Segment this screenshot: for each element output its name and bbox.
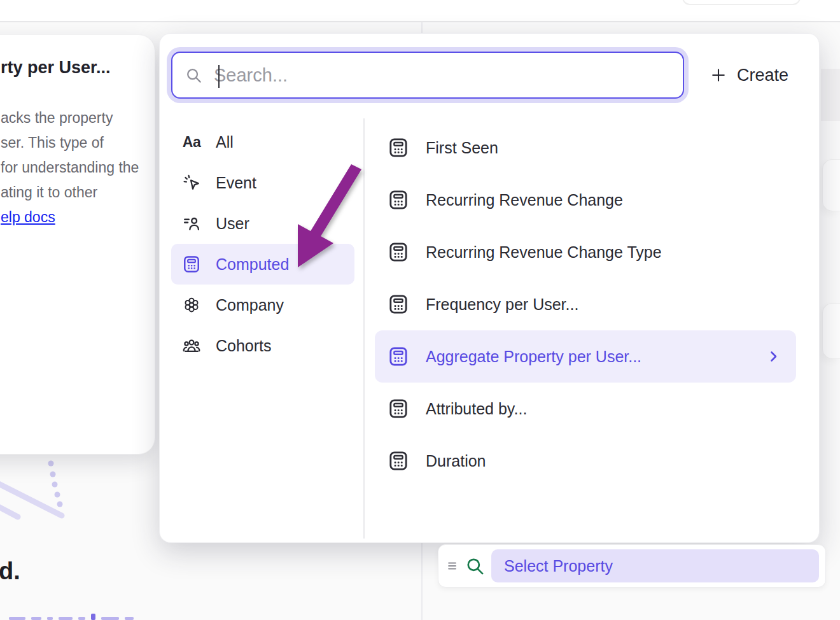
chevron-right-icon: [766, 349, 781, 364]
cutoff-heading: d.: [0, 558, 20, 585]
cursor-click-icon: [181, 172, 202, 194]
category-company[interactable]: Company: [171, 285, 354, 325]
property-aggregate-property-per-user[interactable]: Aggregate Property per User...: [375, 330, 796, 383]
plus-icon: [710, 66, 727, 84]
letter-case-icon: Aa: [181, 131, 202, 153]
calculator-icon: [181, 253, 202, 275]
select-property-label: Select Property: [504, 557, 613, 575]
category-label: Computed: [216, 255, 289, 274]
background-card-edge: [822, 303, 840, 359]
background-button-outline: [682, 0, 801, 5]
search-icon: [185, 67, 202, 84]
calculator-icon: [386, 344, 410, 369]
cohorts-icon: [181, 335, 202, 356]
background-panel-edge: [821, 69, 840, 121]
property-label: First Seen: [426, 139, 498, 157]
property-frequency-per-user[interactable]: Frequency per User...: [375, 278, 796, 330]
property-label: Duration: [426, 452, 486, 470]
calculator-icon: [386, 449, 410, 473]
category-label: Cohorts: [216, 337, 272, 355]
property-recurring-revenue-change-type[interactable]: Recurring Revenue Change Type: [375, 226, 796, 278]
calculator-icon: [386, 240, 410, 264]
tooltip-text-line: acks the property: [1, 109, 113, 127]
user-list-icon: [181, 213, 202, 234]
property-label: Recurring Revenue Change: [426, 191, 623, 209]
calculator-icon: [386, 136, 410, 160]
top-divider-line: [0, 21, 840, 22]
category-label: Company: [216, 296, 284, 314]
background-card-edge: [822, 159, 840, 211]
text-caret: [218, 65, 220, 88]
select-property-button[interactable]: Select Property: [491, 549, 819, 582]
chart-doodle-illustration: [0, 457, 83, 540]
property-label: Aggregate Property per User...: [426, 348, 641, 366]
property-tooltip-card: rty per User... acks the property ser. T…: [0, 34, 155, 454]
property-label: Attributed by...: [426, 400, 527, 418]
tooltip-text-line: ating it to other: [1, 184, 97, 201]
property-first-seen[interactable]: First Seen: [375, 122, 796, 174]
property-label: Frequency per User...: [426, 295, 578, 314]
category-label: All: [216, 133, 234, 151]
property-list: First Seen Recurring Revenue Change: [375, 122, 796, 487]
search-input[interactable]: [214, 65, 670, 86]
property-recurring-revenue-change[interactable]: Recurring Revenue Change: [375, 174, 796, 226]
property-selector-modal: Create Aa All Event: [159, 33, 820, 543]
annotation-arrow: [280, 153, 369, 280]
category-cohorts[interactable]: Cohorts: [171, 325, 354, 366]
create-button-label: Create: [737, 66, 788, 85]
tooltip-text-line: ser. This type of: [1, 134, 104, 151]
category-label: Event: [216, 174, 256, 192]
calculator-icon: [386, 397, 410, 421]
tooltip-text-line: for understanding the: [1, 159, 139, 176]
help-docs-link[interactable]: elp docs: [1, 209, 55, 226]
property-search-icon: [465, 556, 485, 576]
property-selector-row: Select Property: [438, 544, 826, 588]
property-label: Recurring Revenue Change Type: [426, 243, 662, 262]
tooltip-title: rty per User...: [1, 58, 111, 78]
property-attributed-by[interactable]: Attributed by...: [375, 383, 796, 435]
property-duration[interactable]: Duration: [375, 435, 796, 487]
company-icon: [181, 294, 202, 316]
drag-handle-icon[interactable]: [446, 560, 459, 572]
cropped-link-text: [9, 615, 134, 620]
category-label: User: [216, 215, 249, 233]
calculator-icon: [386, 292, 410, 316]
calculator-icon: [386, 188, 410, 212]
create-button[interactable]: Create: [704, 60, 794, 90]
search-field[interactable]: [171, 52, 684, 99]
